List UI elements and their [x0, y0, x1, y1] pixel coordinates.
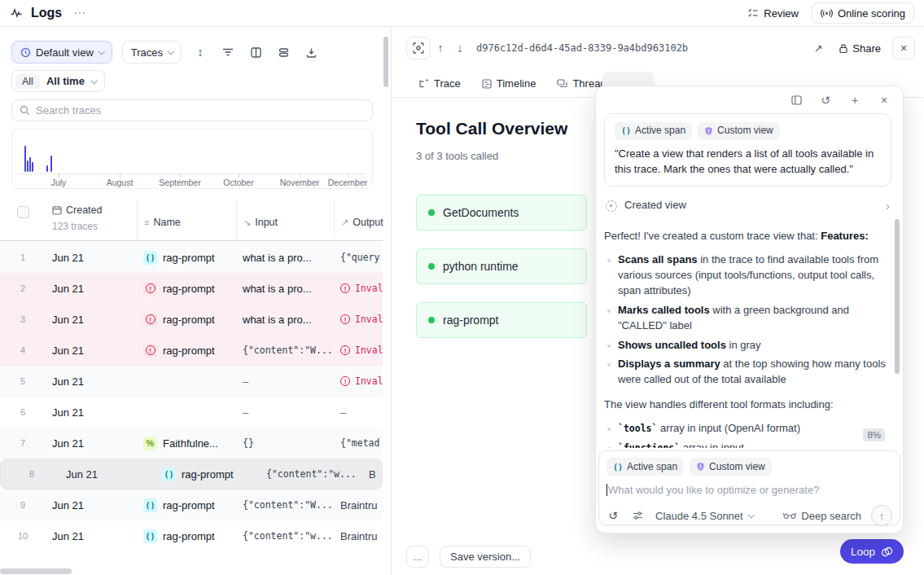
share-button[interactable]: Share	[839, 42, 881, 55]
error-icon: !	[340, 283, 350, 293]
send-button[interactable]: ↑	[871, 505, 892, 526]
custom-view-chip[interactable]: Custom view	[690, 458, 772, 476]
loop-assistant-panel: ↺ + × () Active span Custom view	[595, 86, 904, 533]
created-view-row[interactable]: Created view ›	[606, 197, 890, 215]
close-assistant-icon[interactable]: ×	[877, 93, 891, 108]
table-row[interactable]: 4 Jun 21 !rag-prompt {"content":"W... !I…	[0, 335, 383, 366]
online-scoring-button[interactable]: Online scoring	[812, 2, 914, 24]
deep-search-button[interactable]: Deep search	[783, 510, 861, 522]
active-span-chip[interactable]: () Active span	[607, 458, 684, 476]
tool-card[interactable]: GetDocuments	[416, 195, 587, 230]
composer-settings-icon[interactable]	[631, 507, 644, 525]
tool-card[interactable]: rag-prompt	[416, 302, 587, 338]
more-actions-button[interactable]: ...	[406, 546, 429, 568]
error-icon: !	[143, 313, 157, 327]
view-subtitle: 3 of 3 tools called	[416, 150, 498, 162]
vertical-scrollbar[interactable]	[383, 37, 388, 87]
time-range-selector[interactable]: All All time	[11, 70, 105, 92]
loop-button[interactable]: Loop	[840, 539, 904, 564]
columns-layout-icon[interactable]	[247, 43, 265, 61]
tool-card[interactable]: python runtime	[416, 248, 587, 284]
text-cursor	[607, 484, 607, 496]
history-icon[interactable]: ↺	[818, 93, 833, 108]
default-view-selector[interactable]: Default view	[11, 41, 112, 64]
filter-icon[interactable]	[219, 43, 237, 61]
formats-list: `tools` array in input (OpenAI format) `…	[607, 421, 891, 448]
horizontal-scrollbar[interactable]	[0, 568, 72, 574]
error-icon: !	[340, 376, 350, 386]
open-external-icon[interactable]: ↗	[809, 39, 827, 57]
list-item: `tools` array in input (OpenAI format)	[607, 421, 891, 437]
sort-rows-icon[interactable]: ↕	[191, 43, 209, 61]
error-icon: !	[143, 344, 157, 358]
focus-scan-icon[interactable]	[406, 37, 431, 59]
tab-timeline[interactable]: Timeline	[482, 77, 536, 90]
trace-toolbar: ↑ ↓ d976c12d-d6d4-45ad-8339-9a4bd963102b…	[406, 37, 915, 59]
bullet-icon	[607, 363, 611, 367]
next-trace-icon[interactable]: ↓	[450, 42, 470, 55]
code-span-icon: ()	[621, 125, 631, 138]
table-row[interactable]: 2 Jun 21 !rag-prompt what is a pro... !I…	[0, 273, 383, 304]
assistant-scrollbar[interactable]	[895, 219, 900, 374]
traces-histogram[interactable]: JulyAugustSeptemberOctoberNovemberDecemb…	[11, 129, 373, 189]
context-usage-badge: 8%	[863, 428, 885, 441]
composer[interactable]: () Active span Custom view ↺	[598, 450, 900, 525]
tree-icon	[418, 79, 429, 89]
sidebar-toggle-icon[interactable]	[789, 93, 804, 108]
more-menu-icon[interactable]: ⋯	[70, 6, 90, 20]
chevron-down-icon	[90, 77, 97, 84]
code-span-icon: ()	[613, 463, 623, 472]
row-density-icon[interactable]	[274, 43, 292, 61]
table-row[interactable]: 3 Jun 21 !rag-prompt what is a pro... !I…	[0, 304, 383, 335]
chevron-down-icon	[747, 511, 754, 518]
assistant-header-icons: ↺ + ×	[789, 93, 891, 108]
column-input[interactable]: ↘ Input	[236, 200, 334, 240]
chevron-right-icon: ›	[886, 197, 890, 215]
column-name[interactable]: ≡ Name	[137, 200, 236, 240]
broadcast-icon	[821, 8, 833, 19]
chat-icon	[557, 79, 567, 89]
active-span-chip[interactable]: () Active span	[615, 122, 692, 140]
calendar-icon	[52, 205, 62, 215]
arrow-in-icon: ↘	[243, 217, 251, 228]
model-selector[interactable]: Claude 4.5 Sonnet	[655, 510, 753, 522]
table-row[interactable]: 7 Jun 21 %Faithfulne... {} {"metad	[0, 428, 383, 459]
custom-view-chip[interactable]: Custom view	[698, 122, 780, 140]
table-row[interactable]: 10 Jun 21 ()rag-prompt {"content":"w... …	[0, 520, 383, 551]
select-all-checkbox[interactable]	[17, 206, 29, 218]
scorer-percent-icon: %	[143, 437, 157, 450]
gantt-icon	[482, 79, 492, 89]
new-chat-icon[interactable]: +	[847, 93, 862, 108]
arrow-out-icon: ↗	[341, 217, 348, 228]
table-row[interactable]: 1 Jun 21 ()rag-prompt what is a pro... {…	[0, 242, 383, 273]
download-icon[interactable]	[302, 43, 320, 61]
table-row-selected[interactable]: 8 Jun 21 ()rag-prompt {"content":"w... B…	[0, 459, 383, 489]
list-item: `functions` array in input	[607, 441, 891, 448]
table-row[interactable]: 6 Jun 21 – –	[0, 397, 383, 428]
table-row[interactable]: 5 Jun 21 – !Inval	[0, 366, 383, 397]
bullet-icon	[607, 309, 611, 313]
chevron-down-icon	[168, 48, 174, 55]
prev-trace-icon[interactable]: ↑	[431, 42, 450, 55]
composer-history-icon[interactable]: ↺	[607, 507, 620, 525]
user-message-card: () Active span Custom view "Create a vie…	[604, 113, 891, 187]
search-box[interactable]	[11, 99, 373, 121]
close-trace-icon[interactable]: ×	[892, 37, 915, 59]
code-span-icon: ()	[143, 251, 157, 265]
lock-icon	[839, 43, 848, 54]
column-created[interactable]: Created 123 traces	[46, 200, 137, 240]
search-icon	[20, 105, 30, 116]
composer-input[interactable]	[608, 484, 892, 496]
traces-type-selector[interactable]: Traces	[122, 41, 182, 64]
table-row[interactable]: 9 Jun 21 ()rag-prompt {"content":"W... B…	[0, 489, 383, 520]
app-window: Logs ⋯ Review Online scoring	[0, 0, 924, 575]
tab-trace[interactable]: Trace	[418, 77, 461, 90]
code-span-icon: ()	[143, 529, 157, 543]
column-output[interactable]: ↗ Output	[334, 200, 390, 240]
save-version-button[interactable]: Save version...	[440, 546, 531, 568]
code-span-icon: ()	[143, 498, 157, 512]
features-list: Scans all spans in the trace to find ava…	[607, 252, 891, 388]
trace-count: 123 traces	[52, 221, 98, 232]
search-input[interactable]	[36, 104, 365, 116]
review-button[interactable]: Review	[747, 7, 799, 20]
